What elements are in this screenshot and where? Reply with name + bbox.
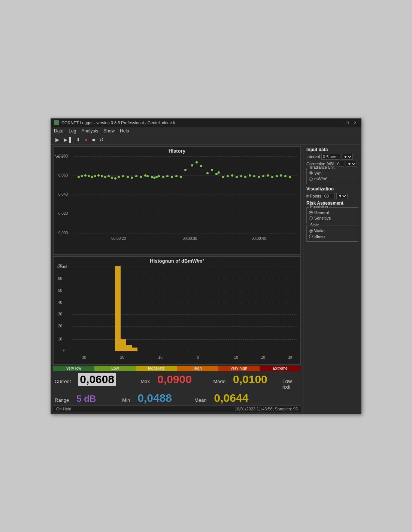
data-point [211, 169, 213, 171]
pause-button[interactable]: ⏸ [74, 137, 82, 143]
title-bar: CORNET Logger - version 0.8.5 Profession… [51, 119, 361, 127]
irradiance-group: Irradiance Unit V/m mW/m² [306, 168, 358, 184]
data-point [231, 174, 233, 177]
histogram-title: Histogram of dBmW/m² [54, 257, 300, 265]
h-gridline-40: 40 [72, 303, 297, 303]
min-value: 0,0488 [137, 392, 172, 404]
radio-vm-dot[interactable] [309, 171, 313, 175]
radio-general-dot[interactable] [309, 211, 313, 214]
radio-sleep-label: Sleep [314, 234, 325, 239]
data-point [171, 176, 173, 178]
y-tick-020: 0.020 [58, 211, 68, 215]
x-tick--30: -30 [81, 355, 86, 360]
risk-bar: Very low Low Moderate High Very high Ext… [53, 366, 301, 371]
content-area: History V/m 0.080 0.060 0.0 [51, 145, 361, 414]
data-point-peak2 [196, 161, 198, 163]
points-select[interactable]: ▼ [336, 193, 348, 199]
data-point [253, 175, 255, 177]
refresh-button[interactable]: ↺ [98, 137, 105, 143]
data-point [122, 175, 124, 177]
data-point [258, 176, 260, 178]
menu-log[interactable]: Log [69, 128, 76, 134]
data-point-peak1 [191, 164, 193, 166]
data-point [94, 175, 96, 177]
x-tick--20: -20 [119, 355, 124, 360]
data-point [262, 175, 264, 177]
data-point [184, 169, 187, 171]
menu-help[interactable]: Help [120, 128, 129, 134]
record-button[interactable]: ● [83, 137, 89, 143]
hist-bar-2 [121, 339, 126, 351]
y-tick-080: 0.080 [58, 154, 68, 158]
range-value: 5 dB [76, 394, 96, 404]
data-point [114, 177, 116, 180]
data-point [131, 177, 133, 179]
data-point [180, 176, 182, 178]
radio-wake-dot[interactable] [309, 229, 313, 233]
data-point [236, 176, 238, 178]
stats-row-1: Current 0,0608 Max 0,0900 Mode 0,0100 Lo… [53, 372, 301, 391]
mode-value: 0,0100 [233, 373, 267, 386]
risk-moderate: Moderate [136, 366, 177, 371]
status-right: 18/01/2023 11:46:56; Samples: 95 [235, 407, 298, 411]
radio-sleep-dot[interactable] [309, 235, 313, 238]
data-point [135, 175, 137, 177]
data-point [84, 174, 87, 177]
interval-input[interactable] [321, 154, 340, 160]
restore-button[interactable]: □ [345, 120, 350, 125]
stepplay-button[interactable]: ▶▐ [62, 137, 72, 143]
main-window: CORNET Logger - version 0.8.5 Profession… [51, 118, 361, 414]
stop-button[interactable]: ■ [91, 137, 97, 143]
radio-mwm2-dot[interactable] [309, 177, 313, 181]
data-point [240, 175, 242, 177]
gridline-040: 0.040 [74, 195, 297, 195]
visualization-title: Visualization [306, 186, 358, 192]
hist-bar-main [115, 266, 121, 351]
radio-general-row: General [309, 210, 355, 215]
stats-row-2: Range 5 dB Min 0,0488 Mean 0,0644 [53, 391, 301, 405]
data-point [267, 174, 269, 177]
mean-value: 0,0644 [214, 392, 249, 404]
histogram-plot-area: 70 60 50 40 30 20 [72, 266, 297, 351]
data-point [97, 174, 100, 177]
interval-select[interactable]: ▼ [342, 154, 353, 160]
max-label: Max [141, 379, 150, 384]
data-point [289, 176, 291, 178]
data-point [249, 174, 251, 177]
radio-sensitive-row: Sensitive [309, 216, 355, 220]
data-point [118, 176, 120, 178]
radio-sleep-row: Sleep [309, 234, 355, 239]
data-point [127, 176, 129, 178]
data-point [140, 176, 142, 178]
correction-select[interactable]: ▼ [346, 161, 357, 167]
data-point [107, 175, 110, 177]
population-title: Population [309, 205, 329, 209]
input-data-title: Input data [306, 147, 358, 152]
x-tick-20h: 20 [261, 355, 265, 360]
close-button[interactable]: × [352, 120, 358, 125]
data-point [276, 175, 278, 177]
h-gridline-60: 60 [72, 279, 297, 279]
mean-label: Mean [194, 397, 207, 403]
data-point [166, 175, 169, 177]
menu-data[interactable]: Data [54, 128, 63, 134]
h-gridline-20: 20 [72, 326, 297, 327]
history-plot-area: 0.080 0.060 0.040 0.020 0.000 [74, 156, 297, 233]
low-risk-label: Low risk [282, 378, 299, 390]
radio-sensitive-dot[interactable] [309, 216, 313, 220]
x-tick-20: 00:00:20 [111, 236, 126, 241]
h-gridline-50: 50 [72, 291, 297, 291]
menu-show[interactable]: Show [103, 128, 115, 134]
data-point [78, 176, 80, 178]
points-input[interactable] [323, 193, 335, 199]
minimize-button[interactable]: – [337, 120, 342, 125]
risk-extreme: Extreme [260, 366, 301, 371]
correction-input[interactable] [336, 161, 344, 167]
data-point [88, 175, 90, 177]
data-point [200, 165, 202, 167]
radio-mwm2-row: mW/m² [309, 177, 355, 181]
menu-analysis[interactable]: Analysis [81, 128, 98, 134]
play-button[interactable]: ▶ [54, 137, 61, 143]
hist-bar-3 [126, 345, 132, 351]
x-tick-40: 00:00:40 [252, 236, 266, 241]
